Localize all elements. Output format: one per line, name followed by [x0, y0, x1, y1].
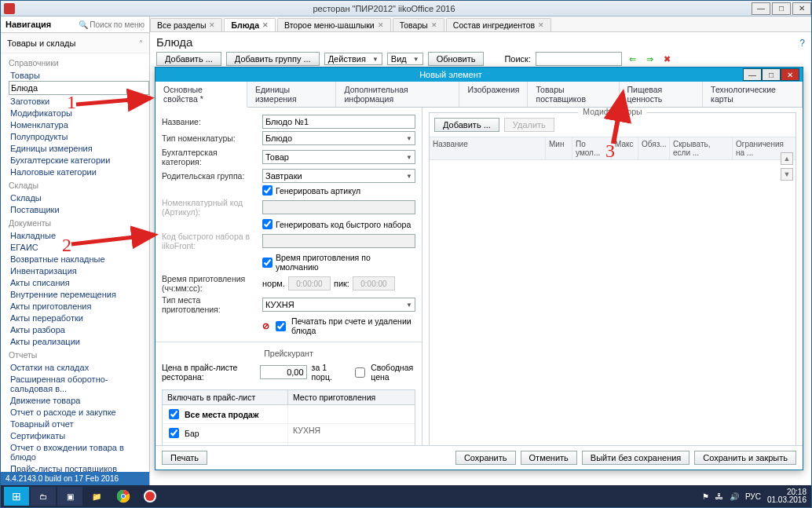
chk-print-del[interactable] [276, 321, 286, 331]
chk-free-price[interactable] [355, 367, 365, 378]
select-nomtype[interactable]: Блюдо▼ [262, 131, 415, 145]
dialog-minimize-button[interactable]: — [743, 68, 762, 81]
close-icon[interactable]: ✕ [262, 21, 269, 29]
mod-move-up-button[interactable]: ▲ [781, 152, 793, 165]
save-button[interactable]: Сохранить [455, 451, 516, 465]
taskbar-shell-icon[interactable]: ▣ [57, 487, 82, 506]
pricelist-row-checkbox[interactable] [169, 428, 179, 438]
nav-item-tovary[interactable]: Товары [9, 69, 149, 81]
dialog-close-button[interactable]: ✕ [781, 68, 799, 81]
clear-search-icon[interactable]: ✖ [661, 53, 674, 65]
nav-item-akty-spis[interactable]: Акты списания [9, 276, 149, 288]
pricelist-row-checkbox[interactable] [169, 409, 179, 419]
window-close-button[interactable]: ✕ [792, 2, 811, 15]
tray-lang[interactable]: РУС [745, 492, 761, 501]
arrow-right-icon[interactable]: ⇒ [644, 53, 657, 65]
help-icon[interactable]: ? [799, 38, 805, 49]
nav-item-tovarny[interactable]: Товарный отчет [9, 418, 149, 429]
nav-item-akty-razbora[interactable]: Акты разбора [9, 323, 149, 335]
nav-item-sertif[interactable]: Сертификаты [9, 429, 149, 441]
chk-gen-art[interactable] [262, 185, 272, 196]
add-button[interactable]: Добавить ... [156, 52, 221, 66]
exit-no-save-button[interactable]: Выйти без сохранения [582, 451, 690, 465]
mod-add-button[interactable]: Добавить ... [434, 118, 499, 132]
refresh-button[interactable]: Обновить [428, 52, 485, 66]
dlg-tab-nutrition[interactable]: Пищевая ценность [620, 82, 704, 107]
nav-item-rasshir[interactable]: Расширенная оборотно-сальдовая в... [9, 373, 149, 394]
pricelist-row[interactable]: Все места продаж [163, 405, 415, 424]
dlg-tab-images[interactable]: Изображения [459, 82, 528, 107]
chk-gen-code[interactable] [262, 219, 272, 229]
tab-all[interactable]: Все разделы✕ [150, 18, 222, 31]
nav-item-bukh-kat[interactable]: Бухгалтерские категории [9, 154, 149, 166]
input-name[interactable] [262, 115, 415, 129]
dlg-tab-units[interactable]: Единицы измерения [247, 82, 337, 107]
dlg-tab-tech[interactable]: Технологические карты [703, 82, 803, 107]
view-combo[interactable]: Вид▼ [387, 53, 423, 65]
nav-item-prais[interactable]: Прайс-листы поставщиков [9, 462, 149, 472]
dlg-tab-suppliers[interactable]: Товары поставщиков [528, 82, 619, 107]
dlg-tab-extra[interactable]: Дополнительная информация [336, 82, 459, 107]
chk-cook-default[interactable] [262, 258, 272, 268]
nav-item-sklady[interactable]: Склады [9, 192, 149, 203]
nav-item-vhozh[interactable]: Отчет о вхождении товара в блюдо [9, 441, 149, 462]
nav-item-nalog-kat[interactable]: Налоговые категории [9, 166, 149, 177]
print-button[interactable]: Печать [162, 451, 207, 465]
close-icon[interactable]: ✕ [431, 21, 437, 29]
nav-item-postavshiki[interactable]: Поставщики [9, 203, 149, 215]
nav-item-egais[interactable]: ЕГАИС [9, 241, 149, 253]
tray-flag-icon[interactable]: ⚑ [702, 492, 709, 501]
nav-item-vnutr[interactable]: Внутренние перемещения [9, 288, 149, 300]
cancel-button[interactable]: Отменить [521, 451, 577, 465]
tray-network-icon[interactable]: 🖧 [715, 492, 723, 501]
nav-item-akty-realiz[interactable]: Акты реализации [9, 335, 149, 347]
taskbar-iiko-icon[interactable] [137, 487, 163, 506]
nav-item-vozvrat[interactable]: Возвратные накладные [9, 253, 149, 265]
taskbar-explorer-icon[interactable]: 🗀 [31, 487, 56, 506]
window-minimize-button[interactable]: — [752, 2, 770, 15]
tab-tovary[interactable]: Товары✕ [393, 18, 444, 31]
nav-item-poluproducty[interactable]: Полупродукты [9, 130, 149, 142]
nav-item-akty-prigot[interactable]: Акты приготовления [9, 300, 149, 312]
select-bukh[interactable]: Товар▼ [262, 150, 415, 164]
nav-item-modifikatory[interactable]: Модификаторы [9, 107, 149, 119]
tray-sound-icon[interactable]: 🔊 [730, 492, 739, 501]
lbl-name: Название: [162, 117, 258, 126]
nav-item-inventar[interactable]: Инвентаризация [9, 265, 149, 276]
mod-move-down-button[interactable]: ▼ [781, 168, 793, 181]
select-parent[interactable]: Завтраки▼ [262, 169, 415, 183]
nav-search[interactable]: Поиск по меню [79, 20, 144, 29]
save-close-button[interactable]: Сохранить и закрыть [694, 451, 796, 465]
pricelist-row[interactable]: БарКУХНЯ [163, 424, 415, 443]
nav-item-nakladnye[interactable]: Накладные [9, 229, 149, 241]
taskbar-chrome-icon[interactable] [111, 487, 136, 506]
search-input[interactable] [536, 52, 622, 66]
nav-item-ed-izm[interactable]: Единицы измерения [9, 142, 149, 154]
nav-section-toggle[interactable]: Товары и склады ˄ [1, 33, 149, 53]
nav-item-akty-pererab[interactable]: Акты переработки [9, 312, 149, 323]
nav-item-zagotovki[interactable]: Заготовки [9, 95, 149, 107]
tab-sostav[interactable]: Состав ингредиентов✕ [446, 18, 551, 31]
nav-item-nomenklatura[interactable]: Номенклатура [9, 119, 149, 130]
close-icon[interactable]: ✕ [538, 21, 544, 29]
input-price[interactable] [260, 365, 307, 379]
lbl-price: Цена в прайс-листе ресторана: [162, 363, 255, 382]
tab-second[interactable]: Второе меню-шашлыки✕ [277, 18, 391, 31]
nav-item-rashod[interactable]: Отчет о расходе и закупке [9, 406, 149, 418]
taskbar-folder-icon[interactable]: 📁 [84, 487, 109, 506]
dlg-tab-main[interactable]: Основные свойства * [155, 82, 247, 108]
actions-combo[interactable]: Действия▼ [324, 53, 382, 65]
add-group-button[interactable]: Добавить группу ... [226, 52, 320, 66]
start-button[interactable]: ⊞ [4, 487, 29, 506]
close-icon[interactable]: ✕ [209, 21, 215, 29]
window-maximize-button[interactable]: □ [772, 2, 791, 15]
select-cookplace[interactable]: КУХНЯ▼ [262, 298, 415, 312]
nav-item-bluda[interactable]: Блюда [9, 81, 149, 95]
nav-item-dvizh[interactable]: Движение товара [9, 394, 149, 406]
dialog-maximize-button[interactable]: □ [762, 68, 781, 81]
nav-item-ostatki[interactable]: Остатки на складах [9, 361, 149, 373]
tray-clock[interactable]: 20:18 01.03.2016 [767, 488, 807, 504]
close-icon[interactable]: ✕ [378, 21, 384, 29]
arrow-left-icon[interactable]: ⇐ [627, 53, 639, 65]
tab-bluda[interactable]: Блюда✕ [224, 18, 276, 31]
